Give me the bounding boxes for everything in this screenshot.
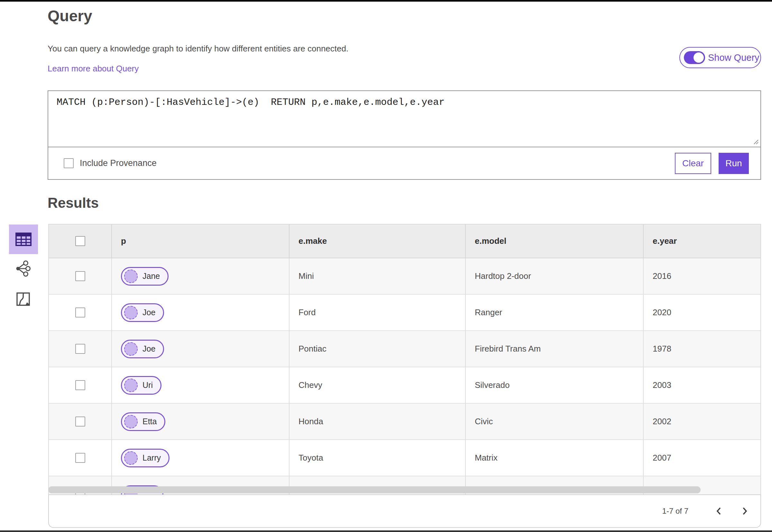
cell-e-make: Toyota	[289, 440, 466, 476]
cell-e-model: Matrix	[466, 440, 644, 476]
person-entity-pill[interactable]: Jane	[121, 267, 169, 286]
table-row[interactable]: EttaHondaCivic2002	[49, 404, 760, 440]
entity-name-label: Joe	[142, 344, 155, 353]
show-query-toggle[interactable]: Show Query	[679, 47, 761, 68]
map-icon	[16, 292, 30, 306]
cell-e-model: Ranger	[466, 295, 644, 330]
cell-e-year: 2020	[644, 295, 760, 330]
results-table: p e.make e.model e.year JaneMiniHardtop …	[48, 224, 761, 494]
next-page-button[interactable]	[738, 504, 751, 518]
table-row[interactable]: UriChevySilverado2003	[49, 367, 760, 404]
entity-name-label: Larry	[142, 453, 161, 463]
entity-name-label: Etta	[142, 417, 157, 426]
learn-more-link[interactable]: Learn more about Query	[48, 64, 139, 74]
person-entity-pill[interactable]: Joe	[121, 303, 164, 322]
person-entity-pill[interactable]: Etta	[121, 412, 165, 431]
entity-node-icon	[124, 342, 138, 356]
cell-e-model: Civic	[466, 404, 644, 439]
entity-cell-p: Uri	[112, 367, 289, 403]
cell-e-year: 2016	[644, 258, 760, 294]
entity-cell-p: Jane	[112, 258, 289, 294]
row-checkbox-cell	[49, 331, 112, 367]
pagination-range-label: 1-7 of 7	[662, 507, 688, 516]
clear-button[interactable]: Clear	[675, 153, 711, 174]
query-editor-area: MATCH (p:Person)-[:HasVehicle]->(e) RETU…	[48, 91, 760, 147]
row-checkbox[interactable]	[75, 417, 85, 427]
row-checkbox-cell	[49, 440, 112, 476]
table-row[interactable]: JoeFordRanger2020	[49, 295, 760, 331]
toggle-switch-on-icon[interactable]	[684, 51, 705, 64]
row-checkbox[interactable]	[75, 453, 85, 463]
select-all-checkbox[interactable]	[75, 236, 85, 246]
row-checkbox[interactable]	[75, 380, 85, 390]
cell-e-make: Honda	[289, 404, 466, 439]
entity-cell-p: Joe	[112, 295, 289, 330]
table-pagination-footer: 1-7 of 7	[48, 494, 761, 528]
entity-cell-p: Etta	[112, 404, 289, 439]
chevron-left-icon	[715, 507, 722, 516]
entity-cell-p: Joe	[112, 331, 289, 367]
cell-e-model: Silverado	[466, 367, 644, 403]
row-checkbox[interactable]	[75, 307, 85, 317]
query-input[interactable]: MATCH (p:Person)-[:HasVehicle]->(e) RETU…	[48, 91, 760, 147]
query-page: Query You can query a knowledge graph to…	[0, 0, 772, 532]
entity-name-label: Uri	[142, 381, 153, 390]
table-icon	[15, 233, 32, 246]
column-header-p: p	[112, 225, 289, 258]
row-checkbox-cell	[49, 295, 112, 330]
show-query-label: Show Query	[708, 52, 759, 63]
person-entity-pill[interactable]: Uri	[121, 376, 161, 395]
entity-node-icon	[124, 306, 138, 319]
cell-e-make: Ford	[289, 295, 466, 330]
previous-page-button[interactable]	[712, 504, 726, 518]
entity-name-label: Jane	[142, 271, 160, 281]
entity-node-icon	[124, 451, 138, 465]
table-header-row: p e.make e.model e.year	[49, 225, 760, 258]
chevron-right-icon	[741, 507, 748, 516]
table-row[interactable]: LarryToyotaMatrix2007	[49, 440, 760, 476]
page-title: Query	[48, 7, 92, 25]
table-row[interactable]: JaneMiniHardtop 2-door2016	[49, 258, 760, 295]
column-header-e-make: e.make	[289, 225, 466, 258]
horizontal-scrollbar-thumb[interactable]	[48, 486, 701, 493]
column-header-e-year: e.year	[644, 225, 760, 258]
cell-e-make: Pontiac	[289, 331, 466, 367]
table-view-button[interactable]	[9, 225, 38, 254]
row-checkbox-cell	[49, 367, 112, 403]
row-checkbox-cell	[49, 258, 112, 294]
person-entity-pill[interactable]: Larry	[121, 449, 170, 467]
top-edge-bar	[0, 0, 772, 2]
query-editor-toolbar: Include Provenance Clear Run	[48, 147, 760, 179]
row-checkbox[interactable]	[75, 344, 85, 354]
entity-node-icon	[124, 415, 138, 428]
cell-e-model: Firebird Trans Am	[466, 331, 644, 367]
cell-e-make: Mini	[289, 258, 466, 294]
results-title: Results	[48, 195, 99, 211]
entity-node-icon	[124, 270, 138, 283]
link-chart-view-button[interactable]	[15, 261, 31, 277]
entity-node-icon	[124, 379, 138, 392]
cell-e-model: Hardtop 2-door	[466, 258, 644, 294]
page-description: You can query a knowledge graph to ident…	[48, 44, 348, 54]
cell-e-make: Chevy	[289, 367, 466, 403]
table-body: JaneMiniHardtop 2-door2016JoeFordRanger2…	[49, 258, 760, 494]
include-provenance-checkbox[interactable]	[64, 158, 74, 168]
bottom-edge-bar	[0, 530, 772, 532]
cell-e-year: 2003	[644, 367, 760, 403]
row-checkbox-cell	[49, 404, 112, 439]
resize-handle-icon[interactable]	[752, 138, 759, 145]
map-view-button[interactable]	[16, 292, 30, 306]
person-entity-pill[interactable]: Joe	[121, 340, 164, 358]
column-header-e-model: e.model	[466, 225, 644, 258]
header-checkbox-cell	[49, 225, 112, 258]
run-button[interactable]: Run	[719, 153, 749, 174]
toggle-knob	[694, 52, 704, 63]
entity-name-label: Joe	[142, 308, 155, 317]
query-editor-panel: MATCH (p:Person)-[:HasVehicle]->(e) RETU…	[48, 90, 761, 180]
table-row[interactable]: JoePontiacFirebird Trans Am1978	[49, 331, 760, 367]
row-checkbox[interactable]	[75, 271, 85, 281]
cell-e-year: 2007	[644, 440, 760, 476]
include-provenance-label: Include Provenance	[80, 158, 157, 168]
entity-cell-p: Larry	[112, 440, 289, 476]
cell-e-year: 1978	[644, 331, 760, 367]
